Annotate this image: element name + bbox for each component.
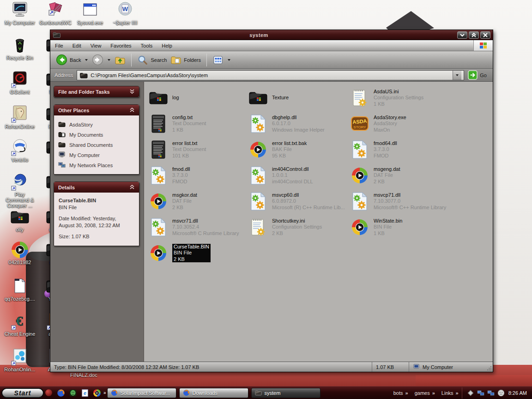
file-tile-asdastory-exe[interactable]: ASDASTORYAsdaStory.exeAsdaStoryMaxOn	[349, 111, 460, 137]
file-detail-line2: Configuration Settings	[374, 95, 423, 101]
quicklaunch-iedoc-icon[interactable]: e	[81, 389, 89, 397]
quick-launch: e	[54, 389, 103, 397]
task-button-system[interactable]: system	[251, 388, 320, 398]
other-places-header[interactable]: Other Places	[54, 105, 139, 115]
file-tile-asdaus-ini[interactable]: AsdaUS.iniConfiguration Settings1 KB	[349, 85, 460, 111]
desktop-icon-my-computer[interactable]: My Computer	[3, 1, 37, 25]
tray-network-icon[interactable]	[477, 389, 484, 397]
details-header[interactable]: Details	[54, 182, 139, 193]
svg-text:e: e	[84, 390, 86, 395]
sdocfolder-icon	[58, 131, 66, 139]
quicklaunch-wmpmini-icon[interactable]	[93, 389, 101, 397]
folderdark-file-icon	[248, 87, 268, 109]
menu-file[interactable]: File	[50, 43, 68, 48]
place-item-my-documents[interactable]: My Documents	[57, 130, 136, 140]
desktop-icon-rohanonlin[interactable]: RohanOnlin...	[3, 348, 37, 372]
expand-chevron-icon[interactable]	[129, 89, 135, 95]
desktop-icon-apter-iiii[interactable]: W~$apter IIII	[108, 1, 142, 25]
folders-button[interactable]: Folders	[169, 54, 203, 66]
views-button[interactable]	[211, 54, 225, 66]
tray-network-icon[interactable]	[487, 389, 495, 397]
menu-edit[interactable]: Edit	[68, 43, 86, 48]
taskbar-toolbar-games[interactable]: games»	[415, 390, 435, 396]
desktop-icon-qq7oze5cg[interactable]: qq7oze5cg....	[3, 277, 37, 302]
file-tile-texture[interactable]: Texture	[248, 85, 349, 111]
folders-label: Folders	[184, 57, 201, 63]
place-item-my-network-places[interactable]: My Network Places	[57, 160, 136, 170]
menu-tools[interactable]: Tools	[136, 43, 157, 48]
start-button[interactable]: Start	[1, 388, 44, 398]
rohan-icon	[11, 105, 29, 123]
back-button[interactable]: Back	[54, 53, 83, 66]
file-tile-text: im404Control.dll1.0.0.1im404Control DLL	[272, 166, 313, 185]
desktop-icon-04281982[interactable]: 04281982	[3, 241, 37, 265]
search-button[interactable]: Search	[135, 54, 169, 66]
search-icon	[137, 54, 148, 66]
menu-view[interactable]: View	[86, 43, 106, 48]
minimize-button[interactable]	[457, 31, 467, 39]
desktop-icon-ventrilo[interactable]: Ventrilo	[3, 138, 37, 163]
desktop-icon-olly[interactable]: olly	[3, 208, 37, 232]
taskbar-toolbar-bots[interactable]: bots»	[393, 390, 408, 396]
status-text: Type: BIN File Date Modified: 8/30/2008 …	[50, 362, 372, 372]
desktop-icon-ggclient[interactable]: GGclient	[3, 70, 37, 95]
file-tile-msvcp60-dll[interactable]: msvcp60.dll6.0.8972.0Microsoft (R) C++ R…	[248, 188, 349, 214]
file-tile-config-txt[interactable]: config.txtText Document1 KB	[148, 111, 248, 137]
forward-button[interactable]	[90, 53, 105, 66]
desktop-icon-sysvxd-exe[interactable]: Sysvxd.exe	[73, 1, 107, 25]
go-button[interactable]: Go	[464, 70, 490, 80]
file-folder-tasks-header[interactable]: File and Folder Tasks	[54, 86, 139, 97]
file-tile-log[interactable]: log	[148, 85, 248, 111]
file-tile-fmod-dll[interactable]: fmod.dll3.7.3.0FMOD	[148, 163, 248, 188]
tray-diamond-icon[interactable]	[467, 389, 474, 397]
file-tile-msgkor-dat[interactable]: msgkor.datDAT File2 KB	[148, 188, 248, 214]
file-tile-msvcr71-dll[interactable]: msvcr71.dll7.10.3052.4Microsoft® C Runti…	[148, 214, 248, 240]
resize-grip[interactable]	[486, 362, 493, 372]
file-tile-im404control-dll[interactable]: im404Control.dll1.0.0.1im404Control DLL	[248, 163, 349, 188]
task-button-solarimpact-softwar-[interactable]: SolarImpact Softwar...	[107, 388, 176, 398]
svg-text:STORY: STORY	[353, 125, 366, 129]
toolbar-overflow-chevron[interactable]: »	[432, 390, 435, 396]
close-button[interactable]	[480, 31, 490, 39]
file-tile-shortcutkey-ini[interactable]: Shortcutkey.iniConfiguration Settings2 K…	[248, 214, 349, 240]
menu-favorites[interactable]: Favorites	[106, 43, 136, 48]
back-dropdown[interactable]	[85, 59, 88, 61]
menu-help[interactable]: Help	[157, 43, 177, 48]
desktop-icon-gunboundwc[interactable]: GunboundWC	[38, 1, 73, 25]
collapse-chevron-icon[interactable]	[129, 184, 135, 191]
desktop-icon-rohanonline[interactable]: RohanOnline	[3, 105, 37, 129]
desktop-icon-play-command-conquer[interactable]: Play Command & Conquer ...	[3, 173, 37, 208]
up-button[interactable]	[113, 54, 127, 66]
file-tile-cursetable-bin[interactable]: CurseTable.BINBIN File2 KB	[148, 240, 248, 266]
place-item-my-computer[interactable]: My Computer	[57, 150, 136, 160]
task-button-downloads[interactable]: Downloads	[179, 388, 248, 398]
file-tile-fmod64-dll[interactable]: fmod64.dll3.7.3.0FMOD	[349, 137, 460, 163]
toolbar-overflow-chevron[interactable]: »	[405, 390, 408, 396]
desktop-icon-recycle-bin[interactable]: Recycle Bin	[3, 36, 37, 60]
taskbar-toolbar-links[interactable]: Links»	[441, 390, 459, 396]
maximize-button[interactable]	[469, 31, 479, 39]
forward-dropdown[interactable]	[108, 59, 110, 61]
file-tile-msgeng-dat[interactable]: msgeng.datDAT File2 KB	[349, 163, 460, 188]
place-item-asdastory[interactable]: AsdaStory	[57, 120, 136, 130]
file-tile-dbghelp-dll[interactable]: dbghelp.dll6.0.17.0Windows Image Helper	[248, 111, 349, 137]
desktop-icon-label: Ventrilo	[3, 157, 37, 163]
views-dropdown[interactable]	[228, 59, 230, 61]
desktop-icon-label: My Computer	[3, 20, 37, 25]
title-bar[interactable]: system	[50, 30, 493, 40]
file-tile-winstate-bin[interactable]: WinState.binBIN File1 KB	[349, 214, 460, 240]
tray-msnface-icon[interactable]	[497, 389, 505, 397]
quicklaunch-greenface-icon[interactable]	[69, 389, 77, 397]
address-input[interactable]: C:\Program Files\GamesCampus\AsdaStory\s…	[77, 70, 464, 80]
file-tile-error-list-txt-bak[interactable]: error list.txt.bakBAK File95 KB	[248, 137, 349, 163]
file-tile-msvcp71-dll[interactable]: msvcp71.dll7.10.3077.0Microsoft® C++ Run…	[349, 188, 460, 214]
place-item-shared-documents[interactable]: Shared Documents	[57, 140, 136, 150]
file-detail-line3: 2 KB	[374, 179, 400, 185]
address-dropdown[interactable]	[453, 71, 461, 80]
desktop-icon-cheat-engine[interactable]: €Cheat Engine	[3, 312, 37, 337]
toolbar-overflow-chevron[interactable]: »	[456, 390, 459, 396]
collapse-chevron-icon[interactable]	[129, 107, 135, 114]
file-tile-error-list-txt[interactable]: error list.txtText Document101 KB	[148, 137, 248, 163]
quicklaunch-firefox-icon[interactable]	[57, 389, 65, 397]
file-detail-line2: BIN File	[374, 224, 402, 230]
